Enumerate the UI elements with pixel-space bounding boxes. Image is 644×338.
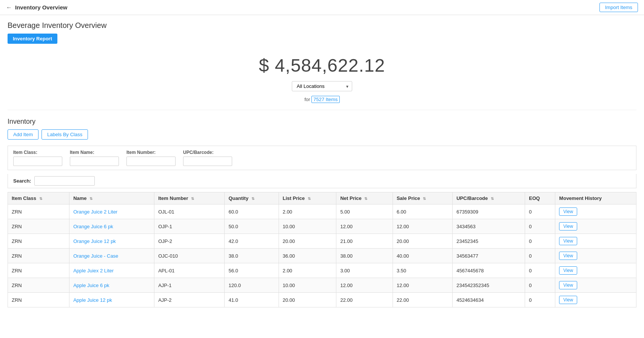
cell-item_number: APL-01 (154, 263, 225, 278)
cell-view: View (555, 249, 636, 263)
cell-eoq: 0 (525, 263, 555, 278)
col-net-price[interactable]: Net Price ⇅ (336, 192, 393, 204)
cell-list_price: 2.00 (279, 263, 336, 278)
upc-barcode-filter: UPC/Barcode: (183, 150, 232, 166)
cell-item_number: OJC-010 (154, 249, 225, 263)
cell-view: View (555, 263, 636, 278)
item-number-filter: Item Number: (126, 150, 176, 166)
cell-net_price: 12.00 (336, 219, 393, 234)
cell-upc_barcode: 4567445678 (453, 263, 525, 278)
table-row: ZRNOrange Juice 6 pkOJP-150.010.0012.001… (8, 219, 636, 234)
col-sale-price[interactable]: Sale Price ⇅ (393, 192, 453, 204)
item-name-link[interactable]: Orange Juice 12 pk (73, 238, 116, 244)
cell-eoq: 0 (525, 219, 555, 234)
cell-name: Orange Juice 6 pk (69, 219, 154, 234)
view-button[interactable]: View (559, 237, 577, 245)
cell-net_price: 22.00 (336, 293, 393, 307)
cell-view: View (555, 204, 636, 219)
col-upc-barcode[interactable]: UPC/Barcode ⇅ (453, 192, 525, 204)
header: ← Inventory Overview Import Items (0, 0, 644, 15)
view-button[interactable]: View (559, 296, 577, 304)
item-name-link[interactable]: Orange Juice 2 Liter (73, 209, 117, 215)
item-name-input[interactable] (70, 157, 119, 166)
view-button[interactable]: View (559, 252, 577, 260)
search-label: Search: (13, 178, 31, 184)
summary-amount: $ 4,584,622.12 (8, 55, 636, 76)
add-item-button[interactable]: Add Item (8, 129, 39, 140)
col-list-price[interactable]: List Price ⇅ (279, 192, 336, 204)
cell-sale_price: 3.50 (393, 263, 453, 278)
cell-sale_price: 20.00 (393, 234, 453, 249)
cell-list_price: 36.00 (279, 249, 336, 263)
view-button[interactable]: View (559, 281, 577, 289)
back-arrow-icon[interactable]: ← (6, 4, 12, 11)
col-item-number[interactable]: Item Number ⇅ (154, 192, 225, 204)
table-body: ZRNOrange Juice 2 LiterOJL-0160.02.005.0… (8, 204, 636, 307)
table-row: ZRNApple Juice 12 pkAJP-241.020.0022.002… (8, 293, 636, 307)
cell-net_price: 38.00 (336, 249, 393, 263)
cell-view: View (555, 234, 636, 249)
item-name-label: Item Name: (70, 150, 119, 155)
inventory-section-title: Inventory (8, 118, 636, 126)
cell-item_number: OJP-2 (154, 234, 225, 249)
cell-sale_price: 12.00 (393, 278, 453, 293)
col-movement-history: Movement History (555, 192, 636, 204)
cell-quantity: 41.0 (225, 293, 279, 307)
summary-items-count-link[interactable]: 7527 Items (311, 96, 339, 103)
cell-name: Apple Juice 12 pk (69, 293, 154, 307)
item-name-filter: Item Name: (70, 150, 119, 166)
location-select[interactable]: All LocationsLocation 1Location 2 (292, 81, 352, 91)
item-name-link[interactable]: Orange Juice 6 pk (73, 224, 113, 229)
view-button[interactable]: View (559, 222, 577, 230)
col-quantity[interactable]: Quantity ⇅ (225, 192, 279, 204)
cell-sale_price: 6.00 (393, 204, 453, 219)
view-button[interactable]: View (559, 266, 577, 275)
cell-upc_barcode: 34563477 (453, 249, 525, 263)
cell-sale_price: 12.00 (393, 219, 453, 234)
cell-list_price: 2.00 (279, 204, 336, 219)
upc-barcode-label: UPC/Barcode: (183, 150, 232, 155)
cell-quantity: 42.0 (225, 234, 279, 249)
cell-net_price: 3.00 (336, 263, 393, 278)
cell-list_price: 10.00 (279, 219, 336, 234)
sort-upc-icon: ⇅ (491, 197, 494, 201)
cell-item_class: ZRN (8, 278, 69, 293)
item-name-link[interactable]: Apple Juice 6 pk (73, 283, 109, 288)
cell-item_class: ZRN (8, 204, 69, 219)
cell-item_number: OJL-01 (154, 204, 225, 219)
sort-item-class-icon: ⇅ (39, 197, 42, 201)
summary-section: $ 4,584,622.12 All LocationsLocation 1Lo… (8, 44, 636, 110)
item-name-link[interactable]: Apple Juice 12 pk (73, 297, 112, 303)
cell-list_price: 10.00 (279, 278, 336, 293)
cell-name: Apple Juiex 2 Liter (69, 263, 154, 278)
view-button[interactable]: View (559, 207, 577, 216)
cell-name: Orange Juice 12 pk (69, 234, 154, 249)
search-input[interactable] (34, 176, 95, 186)
import-items-button[interactable]: Import Items (599, 3, 638, 12)
cell-upc_barcode: 3434563 (453, 219, 525, 234)
cell-sale_price: 22.00 (393, 293, 453, 307)
cell-view: View (555, 278, 636, 293)
cell-item_class: ZRN (8, 234, 69, 249)
item-name-link[interactable]: Orange Juice - Case (73, 253, 118, 259)
item-name-link[interactable]: Apple Juiex 2 Liter (73, 268, 114, 273)
item-class-input[interactable] (13, 157, 62, 166)
cell-net_price: 5.00 (336, 204, 393, 219)
inventory-table: Item Class ⇅ Name ⇅ Item Number ⇅ Quanti… (8, 192, 636, 307)
cell-net_price: 21.00 (336, 234, 393, 249)
col-item-class[interactable]: Item Class ⇅ (8, 192, 69, 204)
inventory-report-button[interactable]: Inventory Report (8, 34, 57, 44)
inventory-section: Inventory Add Item Labels By Class Item … (8, 118, 636, 307)
sort-name-icon: ⇅ (89, 197, 92, 201)
cell-eoq: 0 (525, 234, 555, 249)
labels-by-class-button[interactable]: Labels By Class (42, 129, 88, 140)
cell-list_price: 20.00 (279, 234, 336, 249)
table-row: ZRNApple Juiex 2 LiterAPL-0156.02.003.00… (8, 263, 636, 278)
cell-item_class: ZRN (8, 293, 69, 307)
item-number-input[interactable] (126, 157, 176, 166)
cell-upc_barcode: 4524634634 (453, 293, 525, 307)
summary-items-prefix: for (304, 97, 310, 102)
cell-name: Orange Juice - Case (69, 249, 154, 263)
upc-barcode-input[interactable] (183, 157, 232, 166)
col-name[interactable]: Name ⇅ (69, 192, 154, 204)
